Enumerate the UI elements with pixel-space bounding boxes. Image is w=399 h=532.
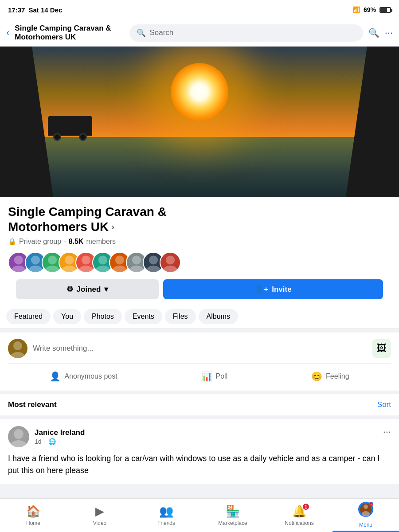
svg-point-15 xyxy=(129,266,144,273)
group-name-chevron[interactable]: › xyxy=(111,221,114,232)
campervan-silhouette xyxy=(48,116,92,140)
tab-events[interactable]: Events xyxy=(125,309,162,324)
member-avatar[interactable] xyxy=(160,252,181,273)
tabs-row: Featured You Photos Events Files Albums xyxy=(0,306,399,329)
tab-you[interactable]: You xyxy=(53,309,81,324)
anonymous-icon: 👤 xyxy=(50,371,61,382)
search-icon: 🔍 xyxy=(137,28,146,38)
post-actions-row: 👤 Anonymous post 📊 Poll 😊 Feeling xyxy=(8,364,391,384)
action-buttons: ⚙ Joined ▾ 👤+ Invite xyxy=(8,279,391,306)
svg-point-2 xyxy=(31,256,40,265)
search-placeholder: Search xyxy=(149,28,173,37)
feeling-icon: 😊 xyxy=(311,371,322,382)
svg-point-18 xyxy=(166,256,175,265)
search-bar[interactable]: 🔍 Search xyxy=(129,24,363,42)
post-author-avatar[interactable] xyxy=(8,426,29,447)
nav-notifications[interactable]: 🔔 1 Notifications xyxy=(266,499,332,532)
post-input-placeholder[interactable]: Write something... xyxy=(33,340,367,357)
post-time: 1d xyxy=(35,438,42,445)
poll-icon: 📊 xyxy=(201,371,212,382)
joined-button[interactable]: ⚙ Joined ▾ xyxy=(16,279,159,299)
nav-friends[interactable]: 👥 Friends xyxy=(133,499,200,532)
svg-point-12 xyxy=(115,256,124,265)
svg-point-26 xyxy=(364,505,368,509)
svg-point-20 xyxy=(13,341,22,350)
photo-icon: 🖼 xyxy=(377,343,387,354)
post-author-info: Janice Ireland 1d · 🌐 xyxy=(35,428,85,445)
nav-marketplace[interactable]: 🏪 Marketplace xyxy=(200,499,266,532)
anonymous-post-label: Anonymous post xyxy=(64,372,117,380)
top-nav: ‹ Single Camping Caravan & Motorhomers U… xyxy=(0,20,399,47)
feeling-button[interactable]: 😊 Feeling xyxy=(306,368,354,384)
meta-dot: · xyxy=(44,438,46,445)
video-icon: ▶ xyxy=(95,505,104,518)
joined-icon: ⚙ xyxy=(66,285,73,294)
nav-home[interactable]: 🏠 Home xyxy=(0,499,66,532)
poll-label: Poll xyxy=(216,372,228,380)
svg-point-17 xyxy=(146,266,161,273)
svg-point-23 xyxy=(11,440,27,447)
post-meta: 1d · 🌐 xyxy=(35,438,85,445)
notification-count-badge: 1 xyxy=(302,503,310,511)
post-author-name[interactable]: Janice Ireland xyxy=(35,428,85,437)
svg-point-6 xyxy=(65,256,74,265)
marketplace-label: Marketplace xyxy=(218,520,247,526)
tab-featured[interactable]: Featured xyxy=(6,309,51,324)
svg-point-22 xyxy=(14,429,23,439)
svg-point-21 xyxy=(11,352,25,358)
member-avatars xyxy=(8,252,391,279)
anonymous-post-button[interactable]: 👤 Anonymous post xyxy=(44,368,122,384)
svg-point-1 xyxy=(12,266,26,273)
cover-photo xyxy=(0,47,399,197)
tab-photos[interactable]: Photos xyxy=(84,309,122,324)
search-icon-button[interactable]: 🔍 xyxy=(368,27,379,38)
notification-badge-wrapper: 🔔 1 xyxy=(292,505,306,518)
nav-video[interactable]: ▶ Video xyxy=(66,499,133,532)
status-bar: 17:37 Sat 14 Dec 📶 69% xyxy=(0,0,399,20)
svg-point-14 xyxy=(132,256,141,265)
poll-button[interactable]: 📊 Poll xyxy=(196,368,233,384)
sort-button[interactable]: Sort xyxy=(377,400,391,409)
status-time: 17:37 xyxy=(8,6,25,14)
svg-point-10 xyxy=(98,256,107,265)
joined-dropdown-icon: ▾ xyxy=(104,285,108,294)
post-header: Janice Ireland 1d · 🌐 ··· xyxy=(8,426,391,447)
tab-albums[interactable]: Albums xyxy=(199,309,238,324)
menu-label: Menu xyxy=(359,522,372,528)
svg-point-4 xyxy=(48,256,57,265)
friends-icon: 👥 xyxy=(159,505,173,518)
invite-button[interactable]: 👤+ Invite xyxy=(163,279,383,299)
svg-point-19 xyxy=(163,266,178,273)
bottom-nav: 🏠 Home ▶ Video 👥 Friends 🏪 Marketplace 🔔… xyxy=(0,498,399,532)
shared-icon: 🌐 xyxy=(48,438,56,445)
add-photo-button[interactable]: 🖼 xyxy=(372,339,391,358)
post-author-row: Janice Ireland 1d · 🌐 xyxy=(8,426,85,447)
svg-point-7 xyxy=(62,266,77,273)
battery-percent: 69% xyxy=(364,6,376,13)
feeling-label: Feeling xyxy=(326,372,349,380)
svg-text:✓: ✓ xyxy=(370,503,372,506)
svg-point-13 xyxy=(113,266,127,273)
friends-label: Friends xyxy=(157,520,175,526)
post-input-area: Write something... 🖼 👤 Anonymous post 📊 … xyxy=(0,332,399,391)
svg-point-0 xyxy=(14,256,23,265)
svg-point-16 xyxy=(149,256,158,265)
post-card: Janice Ireland 1d · 🌐 ··· I have a frien… xyxy=(0,419,399,484)
tab-files[interactable]: Files xyxy=(165,309,196,324)
more-options-button[interactable]: ··· xyxy=(385,27,393,39)
svg-point-3 xyxy=(28,266,43,273)
group-meta: 🔒 Private group · 8.5K members xyxy=(8,238,391,246)
svg-point-8 xyxy=(82,256,90,265)
wifi-icon: 📶 xyxy=(352,6,360,13)
meta-dot: · xyxy=(64,238,66,246)
battery-icon xyxy=(379,7,391,13)
nav-menu[interactable]: ✓ Menu xyxy=(332,499,399,532)
home-label: Home xyxy=(26,520,40,526)
group-name-line2: Motorhomers UK xyxy=(8,219,109,235)
status-date: Sat 14 Dec xyxy=(28,6,62,14)
back-button[interactable]: ‹ xyxy=(6,27,9,39)
post-more-button[interactable]: ··· xyxy=(383,426,391,438)
post-content: I have a friend who is looking for a car… xyxy=(8,453,391,477)
svg-point-5 xyxy=(45,266,60,273)
members-label: members xyxy=(86,238,116,246)
